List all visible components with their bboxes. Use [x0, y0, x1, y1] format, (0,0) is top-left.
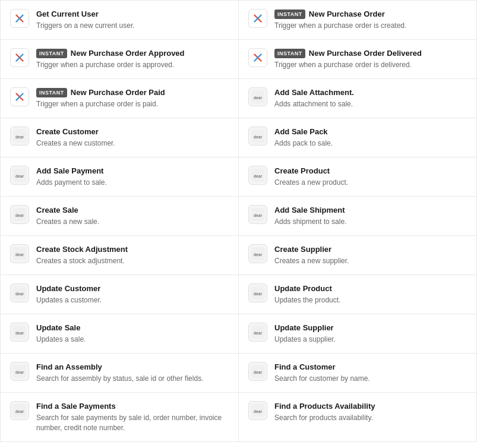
add-sale-shipment-title-text: Add Sale Shipment: [274, 205, 345, 216]
find-a-products-availability-title-text: Find a Products Availability: [274, 401, 375, 412]
find-a-products-availability-icon: dear: [248, 401, 267, 420]
item-update-supplier[interactable]: dear Update SupplierUpdates a supplier.: [239, 314, 477, 354]
update-supplier-title-text: Update Supplier: [274, 323, 334, 333]
item-add-sale-shipment[interactable]: dear Add Sale ShipmentAdds shipment to s…: [239, 197, 477, 236]
item-create-product[interactable]: dear Create ProductCreates a new product…: [239, 157, 477, 197]
update-sale-title: Update Sale: [36, 323, 229, 333]
find-an-assembly-description: Search for assembly by status, sale id o…: [36, 374, 229, 384]
create-product-icon: dear: [248, 166, 267, 185]
add-sale-shipment-title: Add Sale Shipment: [274, 205, 467, 216]
create-supplier-description: Creates a new supplier.: [274, 256, 467, 266]
add-sale-pack-title-text: Add Sale Pack: [274, 127, 328, 137]
update-customer-description: Updates a customer.: [36, 295, 229, 305]
svg-text:dear: dear: [254, 96, 263, 100]
item-create-supplier[interactable]: dear Create SupplierCreates a new suppli…: [239, 236, 477, 275]
items-grid: Get Current UserTriggers on a new curren…: [0, 0, 477, 442]
create-sale-title: Create Sale: [36, 205, 229, 216]
item-update-customer[interactable]: dear Update CustomerUpdates a customer.: [1, 275, 239, 314]
add-sale-attachment-title: Add Sale Attachment.: [274, 87, 467, 98]
create-stock-adjustment-description: Creates a stock adjustment.: [36, 256, 229, 266]
svg-text:dear: dear: [254, 292, 263, 296]
find-a-customer-description: Search for customer by name.: [274, 374, 467, 384]
find-a-sale-payments-description: Search for sale payments by sale id, ord…: [36, 413, 229, 433]
find-an-assembly-title: Find an Assembly: [36, 362, 229, 373]
add-sale-pack-description: Adds pack to sale.: [274, 138, 467, 149]
svg-text:dear: dear: [254, 331, 263, 335]
item-get-current-user[interactable]: Get Current UserTriggers on a new curren…: [1, 1, 239, 40]
update-supplier-icon: dear: [248, 323, 267, 342]
get-current-user-icon: [10, 9, 29, 28]
create-customer-icon: dear: [10, 127, 29, 146]
new-purchase-order-title: INSTANTNew Purchase Order: [274, 9, 467, 20]
item-update-sale[interactable]: dear Update SaleUpdates a sale.: [1, 314, 239, 354]
item-find-a-products-availability[interactable]: dear Find a Products AvailabilitySearch …: [239, 393, 477, 442]
item-create-stock-adjustment[interactable]: dear Create Stock AdjustmentCreates a st…: [1, 236, 239, 275]
create-sale-description: Creates a new sale.: [36, 217, 229, 227]
update-customer-title-text: Update Customer: [36, 283, 100, 294]
item-new-purchase-order-approved[interactable]: INSTANTNew Purchase Order ApprovedTrigge…: [1, 40, 239, 79]
create-sale-title-text: Create Sale: [36, 205, 78, 216]
find-a-products-availability-title: Find a Products Availability: [274, 401, 467, 412]
item-add-sale-attachment[interactable]: dear Add Sale Attachment.Adds attachment…: [239, 79, 477, 118]
create-supplier-title: Create Supplier: [274, 244, 467, 255]
update-sale-title-text: Update Sale: [36, 323, 80, 333]
new-purchase-order-paid-icon: [10, 87, 29, 106]
find-a-customer-title: Find a Customer: [274, 362, 467, 373]
get-current-user-title-text: Get Current User: [36, 9, 99, 20]
update-sale-description: Updates a sale.: [36, 335, 229, 345]
item-find-an-assembly[interactable]: dear Find an AssemblySearch for assembly…: [1, 354, 239, 393]
add-sale-attachment-title-text: Add Sale Attachment.: [274, 87, 354, 98]
create-sale-icon: dear: [10, 205, 29, 224]
new-purchase-order-approved-instant-badge: INSTANT: [36, 49, 67, 59]
item-new-purchase-order-paid[interactable]: INSTANTNew Purchase Order PaidTrigger wh…: [1, 79, 239, 118]
update-product-icon: dear: [248, 283, 267, 302]
create-customer-title-text: Create Customer: [36, 127, 99, 137]
add-sale-payment-icon: dear: [10, 166, 29, 185]
item-find-a-customer[interactable]: dear Find a CustomerSearch for customer …: [239, 354, 477, 393]
find-an-assembly-title-text: Find an Assembly: [36, 362, 102, 373]
item-new-purchase-order-delivered[interactable]: INSTANTNew Purchase Order DeliveredTrigg…: [239, 40, 477, 79]
svg-text:dear: dear: [15, 370, 24, 374]
new-purchase-order-paid-instant-badge: INSTANT: [36, 88, 67, 98]
update-customer-title: Update Customer: [36, 283, 229, 294]
new-purchase-order-paid-title-text: New Purchase Order Paid: [71, 87, 165, 98]
find-a-customer-icon: dear: [248, 362, 267, 381]
add-sale-payment-title: Add Sale Payment: [36, 166, 229, 176]
item-create-customer[interactable]: dear Create CustomerCreates a new custom…: [1, 118, 239, 157]
add-sale-shipment-description: Adds shipment to sale.: [274, 217, 467, 227]
new-purchase-order-approved-description: Trigger when a purchase order is approve…: [36, 60, 229, 70]
create-customer-title: Create Customer: [36, 127, 229, 137]
update-product-description: Updates the product.: [274, 295, 467, 305]
item-new-purchase-order[interactable]: INSTANTNew Purchase OrderTrigger when a …: [239, 1, 477, 40]
find-a-sale-payments-title: Find a Sale Payments: [36, 401, 229, 412]
svg-text:dear: dear: [254, 409, 263, 414]
create-stock-adjustment-icon: dear: [10, 244, 29, 263]
item-update-product[interactable]: dear Update ProductUpdates the product.: [239, 275, 477, 314]
svg-text:dear: dear: [15, 253, 24, 257]
item-find-a-sale-payments[interactable]: dear Find a Sale PaymentsSearch for sale…: [1, 393, 239, 442]
item-create-sale[interactable]: dear Create SaleCreates a new sale.: [1, 197, 239, 236]
create-product-title-text: Create Product: [274, 166, 330, 176]
add-sale-pack-title: Add Sale Pack: [274, 127, 467, 137]
create-supplier-title-text: Create Supplier: [274, 244, 331, 255]
new-purchase-order-title-text: New Purchase Order: [309, 9, 385, 20]
create-product-title: Create Product: [274, 166, 467, 176]
add-sale-attachment-icon: dear: [248, 87, 267, 106]
svg-text:dear: dear: [15, 292, 24, 296]
create-product-description: Creates a new product.: [274, 178, 467, 188]
new-purchase-order-delivered-title-text: New Purchase Order Delivered: [309, 48, 422, 59]
update-product-title: Update Product: [274, 283, 467, 294]
new-purchase-order-approved-icon: [10, 48, 29, 67]
get-current-user-description: Triggers on a new current user.: [36, 21, 229, 31]
item-add-sale-payment[interactable]: dear Add Sale PaymentAdds payment to sal…: [1, 157, 239, 197]
item-add-sale-pack[interactable]: dear Add Sale PackAdds pack to sale.: [239, 118, 477, 157]
svg-text:dear: dear: [254, 213, 263, 217]
new-purchase-order-instant-badge: INSTANT: [274, 10, 305, 20]
svg-text:dear: dear: [254, 253, 263, 257]
new-purchase-order-delivered-title: INSTANTNew Purchase Order Delivered: [274, 48, 467, 59]
find-a-customer-title-text: Find a Customer: [274, 362, 336, 373]
svg-text:dear: dear: [254, 370, 263, 374]
add-sale-payment-title-text: Add Sale Payment: [36, 166, 103, 176]
svg-text:dear: dear: [15, 174, 24, 178]
new-purchase-order-delivered-instant-badge: INSTANT: [274, 49, 305, 59]
